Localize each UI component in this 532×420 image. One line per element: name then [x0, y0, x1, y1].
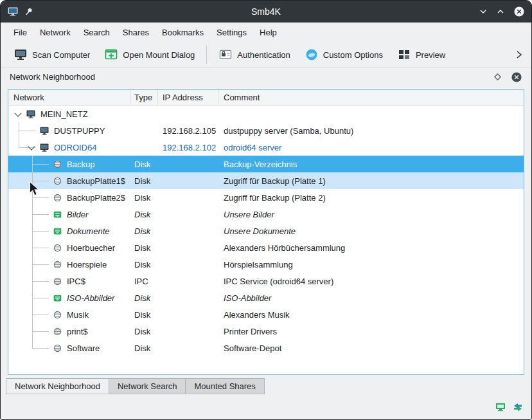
tree-guide: [12, 273, 26, 289]
share-name: print$: [67, 327, 88, 336]
column-header-comment[interactable]: Comment: [219, 90, 524, 105]
tree-row-workgroup[interactable]: MEIN_NETZ: [8, 105, 524, 122]
tree-row-share[interactable]: Software Disk Software-Depot: [8, 340, 524, 356]
ip-cell: [158, 289, 219, 306]
menu-search[interactable]: Search: [77, 26, 116, 39]
menu-settings[interactable]: Settings: [210, 26, 253, 39]
tree-row-share[interactable]: Dokumente Disk Unsere Dokumente: [8, 223, 524, 239]
authentication-label: Authentication: [237, 50, 290, 60]
open-mount-dialog-label: Open Mount Dialog: [123, 50, 195, 60]
comment-cell: [219, 105, 524, 122]
tree-row-share[interactable]: BackupPlatte2$ Disk Zugriff für Backup (…: [8, 189, 524, 206]
tree-row-host[interactable]: DUSTPUPPY 192.168.2.105 dustpuppy server…: [8, 122, 524, 139]
network-cell: BackupPlatte1$: [8, 172, 131, 189]
dock-close-icon[interactable]: [511, 71, 522, 83]
scan-computer-button[interactable]: Scan Computer: [8, 45, 95, 64]
menu-network[interactable]: Network: [33, 26, 77, 39]
tree-guide: [12, 256, 26, 273]
ip-cell: [158, 223, 219, 239]
authentication-button[interactable]: Authentication: [213, 45, 295, 64]
titlebar[interactable]: Smb4K: [1, 1, 531, 23]
maximize-button[interactable]: [496, 7, 505, 16]
host-name: ODROID64: [54, 143, 96, 152]
ip-cell: [158, 306, 219, 323]
tree-guide: [12, 306, 26, 323]
tree-guide: [12, 139, 26, 156]
minimize-button[interactable]: [479, 7, 488, 16]
menu-bookmarks[interactable]: Bookmarks: [155, 26, 210, 39]
tree-row-share[interactable]: IPC$ IPC IPC Service (odroid64 server): [8, 273, 524, 289]
type-cell: Disk: [131, 156, 158, 172]
network-cell: ODROID64: [8, 139, 131, 156]
network-cell: DUSTPUPPY: [8, 122, 131, 139]
share-icon: [53, 260, 62, 269]
float-dock-icon[interactable]: [493, 73, 502, 81]
tree-guide: [26, 223, 39, 239]
menu-help[interactable]: Help: [253, 26, 283, 39]
comment-cell: Zugriff für Backup (Platte 1): [219, 172, 524, 189]
comment-cell: ISO-Abbilder: [219, 289, 524, 306]
ip-cell: [158, 340, 219, 356]
tree-guide: [26, 189, 39, 206]
ip-cell: [158, 172, 219, 189]
comment-cell: Unsere Dokumente: [219, 223, 524, 239]
tree-row-host[interactable]: ODROID64 192.168.2.102 odroid64 server: [8, 139, 524, 156]
column-header-type[interactable]: Type: [131, 90, 158, 105]
chevron-right-icon: [515, 48, 524, 62]
toolbar-overflow-button[interactable]: [515, 48, 524, 62]
tree-row-share[interactable]: Musik Disk Alexanders Musik: [8, 306, 524, 323]
network-sync-status-icon[interactable]: [512, 401, 524, 413]
tree-guide: [39, 156, 53, 172]
tree-guide: [39, 289, 53, 306]
tree-guide: [39, 239, 53, 256]
menu-file[interactable]: File: [7, 26, 33, 39]
open-mount-dialog-button[interactable]: Open Mount Dialog: [99, 45, 200, 64]
share-name: BackupPlatte2$: [67, 193, 125, 203]
custom-options-label: Custom Options: [323, 50, 383, 60]
preview-button[interactable]: Preview: [392, 45, 450, 64]
tree-guide: [26, 256, 39, 273]
share-icon: [53, 327, 62, 336]
smb4k-window: Smb4K File Network Search Shares Bookmar…: [0, 0, 532, 420]
tree-guide: [39, 273, 53, 289]
tree-guide: [39, 223, 53, 239]
tree-guide: [12, 289, 26, 306]
tree-guide: [39, 323, 53, 340]
comment-cell: IPC Service (odroid64 server): [219, 273, 524, 289]
tree-row-share[interactable]: Backup Disk Backup-Verzeichnis: [8, 156, 524, 172]
tree-guide: [26, 273, 39, 289]
share-icon: [53, 193, 62, 203]
column-header-ip[interactable]: IP Address: [158, 90, 219, 105]
tree-guide: [39, 206, 53, 223]
tree-guide: [12, 156, 26, 172]
share-name: Backup: [67, 160, 94, 169]
host-name: DUSTPUPPY: [54, 126, 105, 136]
mounted-share-status-icon[interactable]: [495, 401, 506, 413]
tree-row-share[interactable]: print$ Disk Printer Drivers: [8, 323, 524, 340]
pin-icon[interactable]: [24, 7, 33, 16]
comment-cell: Zugriff für Backup (Platte 2): [219, 189, 524, 206]
tree-row-share[interactable]: ISO-Abbilder Disk ISO-Abbilder: [8, 289, 524, 306]
tree-row-share[interactable]: Bilder Disk Unsere Bilder: [8, 206, 524, 223]
preview-label: Preview: [416, 50, 445, 60]
share-name: Hoerbuecher: [67, 243, 115, 253]
tab-network-neighborhood[interactable]: Network Neighborhood: [6, 378, 109, 394]
ip-cell: [158, 323, 219, 340]
comment-cell: Alexanders Hörbüchersammlung: [219, 239, 524, 256]
menu-shares[interactable]: Shares: [116, 26, 155, 39]
tab-network-search[interactable]: Network Search: [109, 378, 186, 394]
branch-expander-icon[interactable]: [12, 105, 26, 122]
tree-row-share[interactable]: Hoerspiele Disk Hörspielsammlung: [8, 256, 524, 273]
custom-options-button[interactable]: Custom Options: [299, 45, 388, 64]
column-header-network[interactable]: Network: [8, 90, 131, 105]
branch-expander-icon[interactable]: [26, 139, 39, 156]
tree-row-share[interactable]: Hoerbuecher Disk Alexanders Hörbüchersam…: [8, 239, 524, 256]
toolbar: Scan Computer Open Mount Dialog Authenti…: [1, 42, 531, 68]
menubar: File Network Search Shares Bookmarks Set…: [1, 23, 531, 42]
tab-mounted-shares[interactable]: Mounted Shares: [185, 378, 264, 394]
network-cell: Hoerbuecher: [8, 239, 131, 256]
type-cell: Disk: [131, 306, 158, 323]
tree-row-share[interactable]: BackupPlatte1$ Disk Zugriff für Backup (…: [8, 172, 524, 189]
close-button[interactable]: [513, 6, 525, 17]
comment-cell: Unsere Bilder: [219, 206, 524, 223]
